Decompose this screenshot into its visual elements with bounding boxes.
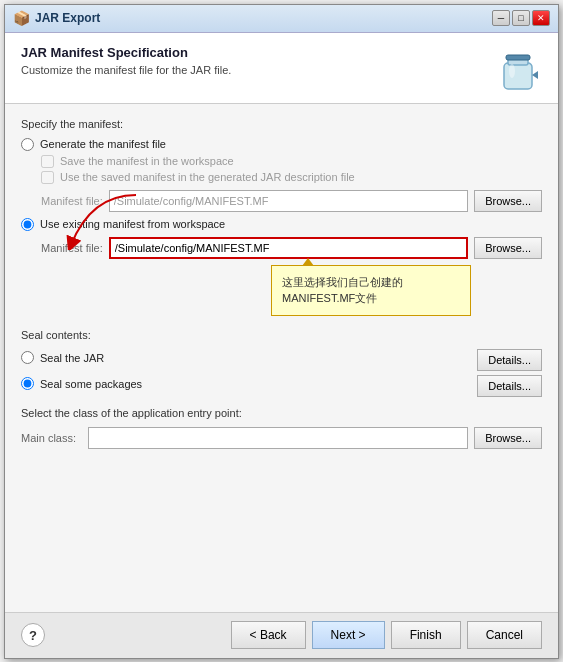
use-existing-radio[interactable] — [21, 218, 34, 231]
seal-contents-label: Seal contents: — [21, 329, 542, 341]
seal-jar-option[interactable]: Seal the JAR — [21, 351, 477, 364]
save-manifest-option[interactable]: Save the manifest in the workspace — [41, 155, 542, 168]
browse-button-2[interactable]: Browse... — [474, 237, 542, 259]
main-class-label: Main class: — [21, 432, 76, 444]
header-text: JAR Manifest Specification Customize the… — [21, 45, 231, 76]
save-manifest-checkbox[interactable] — [41, 155, 54, 168]
content-area: Specify the manifest: Generate the manif… — [5, 104, 558, 612]
use-saved-checkbox[interactable] — [41, 171, 54, 184]
next-button[interactable]: Next > — [312, 621, 385, 649]
save-manifest-label: Save the manifest in the workspace — [60, 155, 234, 167]
minimize-button[interactable]: ─ — [492, 10, 510, 26]
page-title: JAR Manifest Specification — [21, 45, 231, 60]
details-button-1[interactable]: Details... — [477, 349, 542, 371]
back-button[interactable]: < Back — [231, 621, 306, 649]
seal-packages-option[interactable]: Seal some packages — [21, 377, 477, 390]
jar-icon — [494, 45, 542, 93]
header-section: JAR Manifest Specification Customize the… — [5, 33, 558, 104]
specify-manifest-label: Specify the manifest: — [21, 118, 542, 130]
window-controls: ─ □ ✕ — [492, 10, 550, 26]
use-saved-label: Use the saved manifest in the generated … — [60, 171, 355, 183]
cancel-button[interactable]: Cancel — [467, 621, 542, 649]
seal-packages-label: Seal some packages — [40, 378, 142, 390]
seal-packages-row: Seal some packages Details... — [21, 375, 542, 397]
help-button[interactable]: ? — [21, 623, 45, 647]
footer: ? < Back Next > Finish Cancel — [5, 612, 558, 658]
close-button[interactable]: ✕ — [532, 10, 550, 26]
svg-marker-4 — [532, 71, 538, 79]
entry-point-label: Select the class of the application entr… — [21, 407, 542, 419]
manifest-file-input-1[interactable] — [109, 190, 468, 212]
seal-contents-section: Seal contents: Seal the JAR Details... S… — [21, 329, 542, 397]
arrow-svg — [61, 190, 141, 250]
seal-jar-row: Seal the JAR Details... — [21, 349, 542, 371]
details-button-2[interactable]: Details... — [477, 375, 542, 397]
generate-manifest-radio[interactable] — [21, 138, 34, 151]
window-icon: 📦 — [13, 10, 29, 26]
window: 📦 JAR Export ─ □ ✕ JAR Manifest Specific… — [4, 4, 559, 659]
entry-point-section: Select the class of the application entr… — [21, 407, 542, 449]
generate-manifest-option[interactable]: Generate the manifest file — [21, 138, 542, 151]
seal-packages-radio[interactable] — [21, 377, 34, 390]
window-title: JAR Export — [35, 11, 492, 25]
footer-buttons: < Back Next > Finish Cancel — [231, 621, 542, 649]
maximize-button[interactable]: □ — [512, 10, 530, 26]
page-subtitle: Customize the manifest file for the JAR … — [21, 64, 231, 76]
finish-button[interactable]: Finish — [391, 621, 461, 649]
tooltip-box: 这里选择我们自己创建的MANIFEST.MF文件 — [271, 265, 471, 316]
tooltip-text: 这里选择我们自己创建的MANIFEST.MF文件 — [282, 276, 403, 305]
generate-manifest-label: Generate the manifest file — [40, 138, 166, 150]
use-saved-option[interactable]: Use the saved manifest in the generated … — [41, 171, 542, 184]
browse-button-3[interactable]: Browse... — [474, 427, 542, 449]
seal-jar-label: Seal the JAR — [40, 352, 104, 364]
main-class-row: Main class: Browse... — [21, 427, 542, 449]
browse-button-1[interactable]: Browse... — [474, 190, 542, 212]
seal-packages-radio-container[interactable]: Seal some packages — [21, 377, 477, 394]
manifest-file-input-2[interactable] — [109, 237, 468, 259]
title-bar: 📦 JAR Export ─ □ ✕ — [5, 5, 558, 33]
main-class-input[interactable] — [88, 427, 468, 449]
seal-jar-radio-container[interactable]: Seal the JAR — [21, 351, 477, 368]
svg-rect-2 — [506, 55, 530, 60]
svg-point-3 — [509, 64, 515, 78]
seal-jar-radio[interactable] — [21, 351, 34, 364]
svg-rect-0 — [504, 63, 532, 89]
